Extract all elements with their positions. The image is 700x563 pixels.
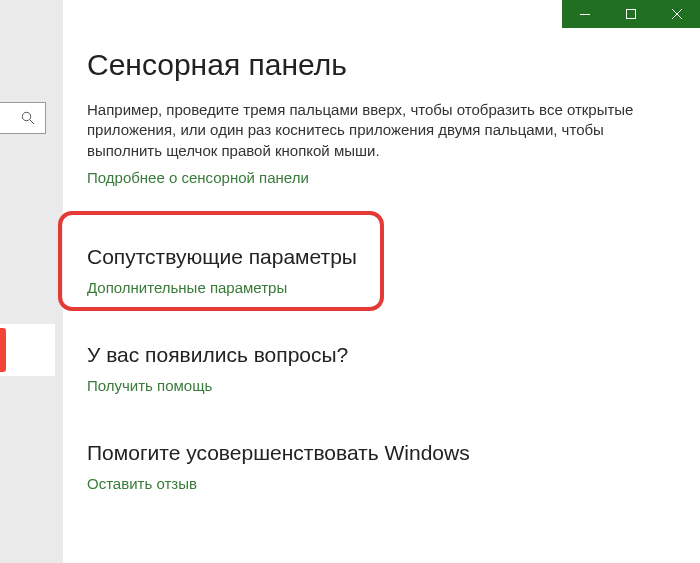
maximize-button[interactable]: [608, 0, 654, 28]
section-heading-feedback: Помогите усовершенствовать Windows: [87, 441, 676, 465]
maximize-icon: [626, 9, 636, 19]
help-section: У вас появились вопросы? Получить помощь: [87, 343, 676, 395]
search-icon: [21, 111, 35, 125]
search-input[interactable]: [0, 102, 46, 134]
section-heading-related: Сопутствующие параметры: [87, 245, 676, 269]
sidebar-selection-marker: [0, 328, 6, 372]
page-title: Сенсорная панель: [87, 48, 676, 82]
sidebar-selected-item[interactable]: [0, 324, 55, 376]
additional-settings-link[interactable]: Дополнительные параметры: [87, 279, 287, 296]
learn-more-link[interactable]: Подробнее о сенсорной панели: [87, 169, 309, 186]
close-icon: [672, 9, 682, 19]
section-heading-help: У вас появились вопросы?: [87, 343, 676, 367]
svg-rect-1: [627, 10, 636, 19]
get-help-link[interactable]: Получить помощь: [87, 377, 212, 394]
page-description: Например, проведите тремя пальцами вверх…: [87, 100, 676, 161]
related-settings-section: Сопутствующие параметры Дополнительные п…: [87, 245, 676, 297]
svg-point-4: [22, 112, 30, 120]
settings-window: Сенсорная панель Например, проведите тре…: [0, 0, 700, 563]
sidebar: [0, 0, 63, 563]
feedback-section: Помогите усовершенствовать Windows Остав…: [87, 441, 676, 493]
minimize-button[interactable]: [562, 0, 608, 28]
minimize-icon: [580, 9, 590, 19]
content-area: Сенсорная панель Например, проведите тре…: [63, 0, 700, 563]
close-button[interactable]: [654, 0, 700, 28]
window-controls: [562, 0, 700, 28]
svg-line-5: [30, 120, 34, 124]
feedback-link[interactable]: Оставить отзыв: [87, 475, 197, 492]
